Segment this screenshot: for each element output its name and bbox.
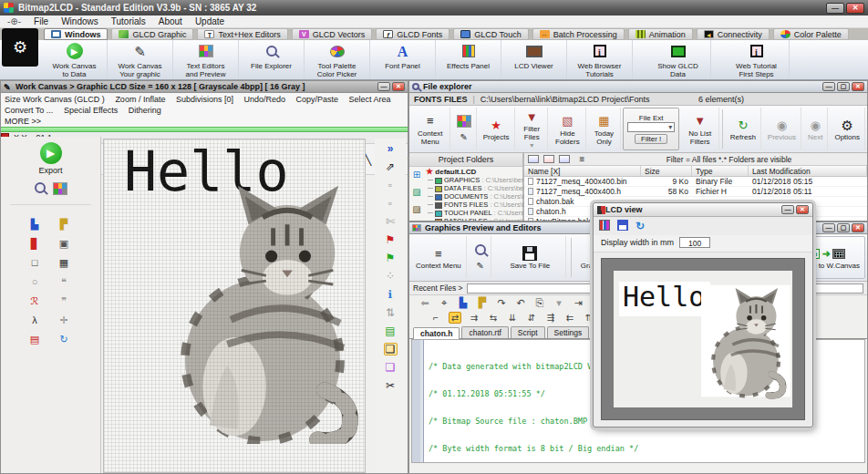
folder-icon[interactable]: ▨ bbox=[412, 204, 420, 214]
menu-file[interactable]: File bbox=[34, 16, 48, 26]
close-icon[interactable]: ✕ bbox=[392, 82, 405, 91]
tab-chaton-h[interactable]: chaton.h bbox=[413, 327, 460, 339]
save-icon[interactable]: ▙ bbox=[28, 218, 42, 231]
context-menu-button[interactable]: ≡Context Menu bbox=[411, 108, 450, 150]
bookmark-icon[interactable]: ⌐ bbox=[429, 313, 442, 323]
scissors-icon[interactable]: ✂ bbox=[384, 379, 398, 392]
view-tiles-icon[interactable] bbox=[543, 155, 554, 163]
refresh-icon[interactable]: ↻ bbox=[57, 333, 71, 345]
menu-size-work-canvas[interactable]: Size Work Canvas (GLCD ) bbox=[5, 95, 105, 104]
menu-more[interactable]: MORE >> bbox=[5, 117, 41, 126]
menu-dithering[interactable]: Dithering bbox=[129, 106, 161, 115]
tab-glcd-graphic[interactable]: GLCD Graphic bbox=[111, 28, 193, 40]
minimize-icon[interactable]: — bbox=[822, 223, 835, 232]
tree-item-graphics[interactable]: GRAPHICS : C:\Users\ber bbox=[426, 176, 522, 184]
tab-batch-processing[interactable]: ↔Batch Processing bbox=[532, 28, 625, 40]
lcd-view-titlebar[interactable]: LCD view — ✕ bbox=[594, 203, 812, 217]
work-canvas-your-graphic-button[interactable]: ✎Work Canvas Your graphic bbox=[108, 40, 173, 79]
zoom-tool-icon[interactable] bbox=[35, 182, 46, 193]
spacing-icon[interactable]: ⇉ bbox=[468, 313, 480, 323]
menu-windows[interactable]: Windows bbox=[61, 16, 98, 26]
tab-chaton-rtf[interactable]: chaton.rtf bbox=[461, 326, 508, 338]
tab-glcd-fonts[interactable]: fGLCD Fonts bbox=[376, 28, 450, 40]
flag-green-icon[interactable]: ⚑ bbox=[384, 252, 398, 264]
tree-root-item[interactable]: ★ default.LCD bbox=[426, 168, 522, 176]
tree-item-touch-panel[interactable]: TOUCH PANEL : C:\Users\be bbox=[426, 209, 522, 217]
view-details-icon[interactable] bbox=[528, 155, 539, 163]
context-menu-button[interactable]: ≡Context Menu bbox=[411, 236, 467, 279]
tab-glcd-vectors[interactable]: VGLCD Vectors bbox=[292, 28, 373, 40]
layers-icon[interactable]: ▤ bbox=[384, 325, 398, 337]
filter-files-button[interactable]: ▼Filter Files▾ bbox=[517, 108, 548, 150]
spacing-selected-icon[interactable]: ⇄ bbox=[449, 312, 461, 324]
spacing-icon[interactable]: ⇆ bbox=[487, 313, 500, 323]
duplicate-icon[interactable]: ❏ bbox=[384, 361, 398, 374]
zoom-pen-tiles[interactable]: ✎ bbox=[470, 236, 491, 279]
minimize-icon[interactable]: — bbox=[826, 3, 844, 14]
chart-icon[interactable]: ▊ bbox=[28, 237, 42, 250]
save-as-icon[interactable]: ▛ bbox=[476, 297, 489, 309]
close-icon[interactable]: ✕ bbox=[852, 82, 864, 91]
lambda-icon[interactable]: λ bbox=[28, 314, 42, 326]
menu-undo-redo[interactable]: Undo/Redo bbox=[243, 95, 285, 104]
spacing-icon[interactable]: ⇶ bbox=[544, 313, 557, 323]
no-list-filters-button[interactable]: ▼No List Filters bbox=[681, 108, 719, 150]
resize-diagonal-icon[interactable]: ⇗ bbox=[384, 160, 398, 173]
pixel-canvas[interactable]: Hello bbox=[103, 139, 366, 473]
table-row[interactable]: 71127_mesq_400x400.bin 9 Ko Binary File … bbox=[524, 177, 867, 187]
file-explorer-button[interactable]: File Explorer bbox=[239, 40, 305, 79]
effects-panel-button[interactable]: Effects Panel bbox=[436, 40, 501, 79]
flag-red-icon[interactable]: ⚑ bbox=[384, 233, 398, 246]
redo-icon[interactable]: ↷ bbox=[495, 297, 508, 309]
maximize-icon[interactable]: ▢ bbox=[837, 82, 850, 91]
minimize-icon[interactable]: — bbox=[781, 205, 794, 214]
save-to-file-button[interactable]: Save To File bbox=[495, 236, 566, 279]
column-name[interactable]: Name [X] bbox=[524, 166, 641, 176]
fast-forward-icon[interactable]: » bbox=[384, 142, 398, 155]
tree-item-documents[interactable]: DOCUMENTS : C:\Users\ber bbox=[426, 192, 522, 201]
paste-icon[interactable]: ⎘ bbox=[533, 297, 546, 309]
grid-icon[interactable]: ▦ bbox=[57, 256, 71, 269]
menu-about[interactable]: About bbox=[159, 16, 182, 26]
columns-icon[interactable] bbox=[599, 220, 610, 231]
show-glcd-data-button[interactable]: Show GLCD Data bbox=[646, 40, 711, 79]
column-modified[interactable]: Last Modification bbox=[749, 166, 867, 176]
tab-windows[interactable]: Windows bbox=[44, 28, 108, 40]
menu-tutorials[interactable]: Tutorials bbox=[111, 16, 146, 26]
stamp-icon[interactable]: ❞ bbox=[57, 294, 71, 307]
tab-animation[interactable]: Animation bbox=[628, 28, 693, 40]
next-button[interactable]: ◉Next bbox=[803, 108, 828, 150]
options-button[interactable]: ⚙Options bbox=[830, 108, 865, 150]
maximize-icon[interactable]: ▢ bbox=[837, 223, 850, 232]
ellipse-icon[interactable]: ○ bbox=[28, 275, 42, 288]
save-icon[interactable]: ▙ bbox=[457, 297, 470, 309]
palette-pen-button[interactable]: ✎ bbox=[452, 108, 477, 150]
spacing-icon[interactable]: ⇇ bbox=[563, 313, 576, 323]
save-icon[interactable] bbox=[617, 220, 628, 231]
image-export-icon[interactable]: ▣ bbox=[57, 237, 71, 250]
column-type[interactable]: Type bbox=[692, 166, 749, 176]
menu-subdivisions[interactable]: Subdivisions [0] bbox=[176, 95, 233, 104]
info-icon[interactable]: ℹ bbox=[384, 288, 398, 301]
back-icon[interactable]: ⬅ bbox=[418, 297, 431, 309]
clip-icon[interactable]: ✄ bbox=[384, 215, 398, 228]
spacing-icon[interactable]: ⇊ bbox=[506, 313, 519, 323]
undo-icon[interactable]: ↶ bbox=[514, 297, 527, 309]
main-gear-icon[interactable]: ⚙ bbox=[2, 28, 38, 67]
display-width-input[interactable]: 100 bbox=[679, 237, 710, 248]
menu-copy-paste[interactable]: Copy/Paste bbox=[296, 95, 339, 104]
refresh-icon[interactable]: ↻ bbox=[636, 220, 645, 232]
menu-convert-to[interactable]: Convert To ... bbox=[5, 106, 53, 115]
minimize-icon[interactable]: — bbox=[377, 82, 390, 91]
crosshair-icon[interactable]: ✛ bbox=[57, 314, 71, 326]
small-square-icon[interactable]: ▫ bbox=[384, 197, 398, 210]
previous-button[interactable]: ◉Previous bbox=[763, 108, 801, 150]
tree-item-fonts-files[interactable]: FONTS FILES : C:\Users\be bbox=[426, 201, 522, 209]
projects-button[interactable]: ★Projects bbox=[479, 108, 515, 150]
save-as-icon[interactable]: ▛ bbox=[57, 218, 71, 231]
column-size[interactable]: Size bbox=[641, 166, 692, 176]
tab-script[interactable]: Script bbox=[511, 326, 545, 338]
find-icon[interactable]: ⌖ bbox=[438, 297, 450, 309]
expand-icon[interactable]: ⊞ bbox=[413, 170, 420, 180]
dots-icon[interactable]: ⁘ bbox=[384, 270, 398, 283]
